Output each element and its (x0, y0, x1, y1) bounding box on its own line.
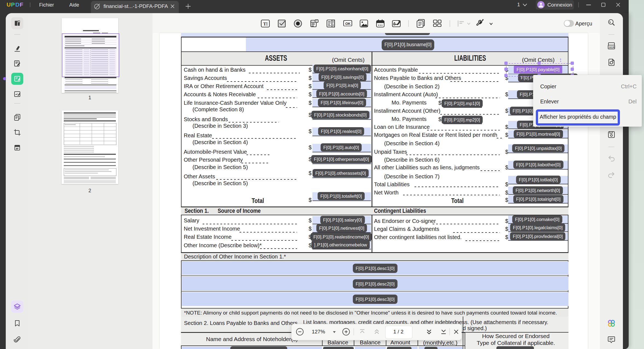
svg-text:OK: OK (345, 22, 351, 26)
svg-text:I: I (266, 21, 268, 27)
svg-text:OCR: OCR (609, 46, 615, 49)
